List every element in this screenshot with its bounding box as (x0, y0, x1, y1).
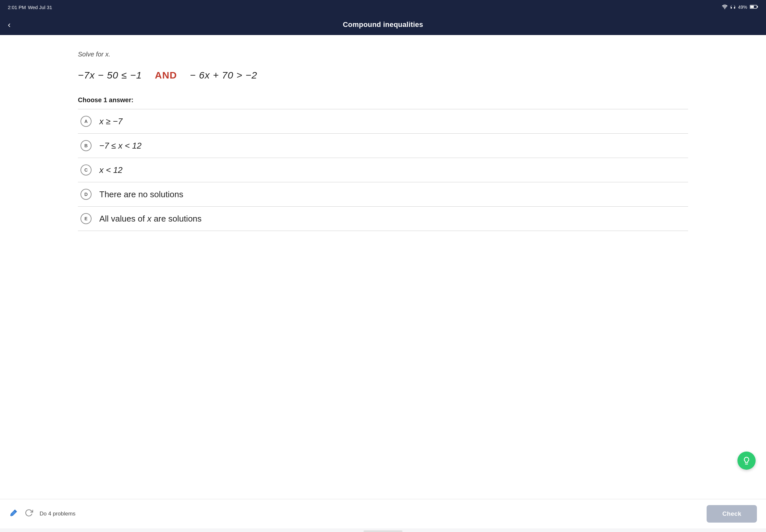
option-a-circle: A (80, 116, 91, 127)
do-problems-text: Do 4 problems (40, 511, 76, 517)
equation-right: − 6x + 70 > −2 (190, 70, 257, 81)
equation-connector: AND (155, 70, 177, 81)
options-list: A x ≥ −7 B −7 ≤ x < 12 C x < 12 D There … (78, 109, 688, 231)
option-a[interactable]: A x ≥ −7 (78, 109, 688, 134)
back-button[interactable]: ‹ (8, 20, 11, 29)
bottom-bar: Do 4 problems Check (0, 499, 766, 528)
time: 2:01 PM (8, 5, 26, 10)
option-b-text: −7 ≤ x < 12 (99, 141, 141, 151)
variable: x (105, 51, 108, 58)
home-indicator (363, 530, 403, 532)
wifi-icon (722, 5, 728, 10)
refresh-icon[interactable] (25, 509, 33, 519)
option-b[interactable]: B −7 ≤ x < 12 (78, 134, 688, 158)
header: ‹ Compound inequalities (0, 14, 766, 35)
solve-label: Solve for x. (78, 51, 688, 58)
status-right: 49% (722, 5, 758, 10)
hint-button[interactable] (737, 452, 756, 470)
lightbulb-icon (742, 456, 751, 465)
option-d[interactable]: D There are no solutions (78, 182, 688, 207)
status-bar: 2:01 PM Wed Jul 31 49% (0, 0, 766, 14)
option-c-text: x < 12 (99, 165, 123, 175)
option-c-circle: C (80, 164, 91, 175)
headphone-icon (730, 5, 736, 10)
svg-rect-2 (750, 6, 754, 8)
option-d-text: There are no solutions (99, 189, 183, 199)
header-title: Compound inequalities (343, 20, 423, 29)
battery-icon (750, 5, 758, 10)
equation-left: −7x − 50 ≤ −1 (78, 70, 142, 81)
option-a-text: x ≥ −7 (99, 116, 122, 127)
svg-rect-1 (757, 6, 758, 7)
battery-percent: 49% (738, 5, 747, 10)
option-b-circle: B (80, 140, 91, 151)
status-left: 2:01 PM Wed Jul 31 (8, 5, 52, 10)
choose-label: Choose 1 answer: (78, 96, 688, 104)
pencil-streak-icon (9, 508, 18, 517)
equation-row: −7x − 50 ≤ −1 AND − 6x + 70 > −2 (78, 70, 688, 81)
date: Wed Jul 31 (28, 5, 52, 10)
option-e[interactable]: E All values of x are solutions (78, 207, 688, 231)
option-e-text: All values of x are solutions (99, 214, 201, 224)
check-button[interactable]: Check (707, 505, 757, 523)
option-e-circle: E (80, 213, 91, 224)
option-c[interactable]: C x < 12 (78, 158, 688, 182)
bottom-left: Do 4 problems (9, 508, 76, 519)
option-d-circle: D (80, 189, 91, 200)
main-content: Solve for x. −7x − 50 ≤ −1 AND − 6x + 70… (0, 35, 766, 499)
streak-icon (9, 508, 18, 519)
